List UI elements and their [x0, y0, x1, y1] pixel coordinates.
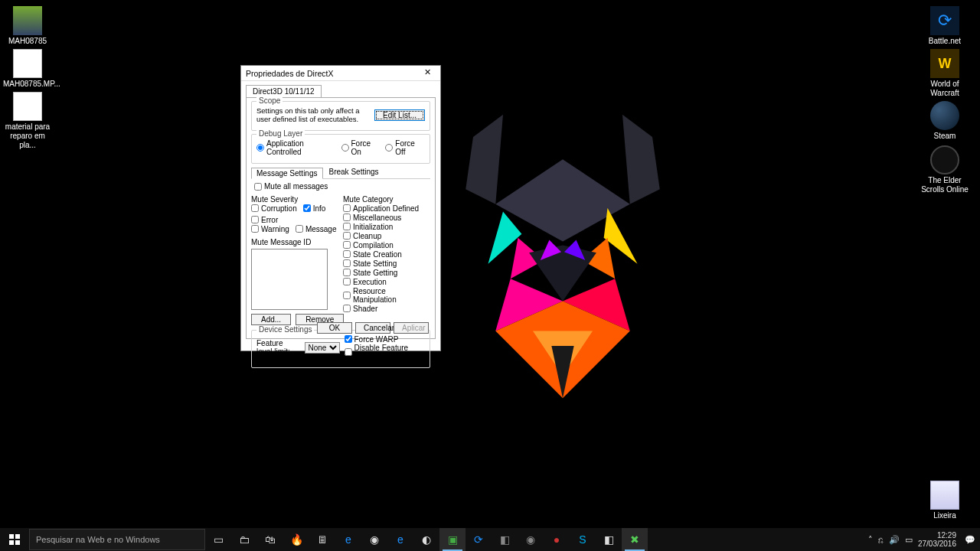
tray-chevron-icon[interactable]: ˄ [868, 535, 873, 545]
eso-icon [930, 145, 959, 174]
checkbox-cat-1[interactable]: Miscellaneous [343, 214, 430, 222]
device-title: Device Settings [256, 325, 314, 334]
checkbox-corruption[interactable]: Corruption [251, 204, 297, 213]
checkbox-cat-8[interactable]: Execution [343, 278, 430, 286]
debug-title: Debug Layer [256, 129, 305, 138]
taskbar-skype[interactable]: S [570, 528, 596, 551]
checkbox-warning[interactable]: Warning [251, 225, 289, 233]
taskbar-app2[interactable]: ◧ [492, 528, 518, 551]
desktop-icon-battlenet[interactable]: ⟳ Battle.net [920, 6, 969, 46]
device-settings-group: Device Settings Feature level limit: Non… [251, 330, 430, 368]
search-box[interactable]: Pesquisar na Web e no Windows [29, 529, 205, 550]
checkbox-cat-0[interactable]: Application Defined [343, 204, 430, 213]
tray-volume-icon[interactable]: 🔊 [889, 535, 900, 545]
windows-icon [9, 534, 20, 545]
desktop-icon-textfile[interactable]: material para reparo em pla... [3, 92, 52, 150]
directx-properties-dialog: Propriedades de DirectX ✕ Direct3D 10/11… [240, 65, 441, 351]
edit-list-button[interactable]: Edit List... [374, 109, 425, 121]
titlebar[interactable]: Propriedades de DirectX ✕ [241, 66, 440, 81]
sys-tray: ˄ ⎌ 🔊 ▭ 12:29 27/03/2016 💬 [868, 531, 980, 548]
taskbar-chrome[interactable]: ◉ [361, 528, 387, 551]
svg-rect-16 [15, 534, 20, 539]
desktop-icon-recycle[interactable]: Lixeira [920, 481, 969, 520]
desktop-icon-steam[interactable]: Steam [920, 101, 969, 141]
svg-marker-0 [466, 115, 503, 204]
svg-rect-17 [9, 540, 14, 545]
checkbox-cat-7[interactable]: State Getting [343, 269, 430, 277]
checkbox-error[interactable]: Error [251, 216, 335, 224]
scope-text: Settings on this tab only affect a user … [256, 106, 370, 123]
recycle-icon [930, 481, 959, 510]
scope-title: Scope [256, 96, 283, 105]
subtabs: Message Settings Break Settings [251, 167, 430, 179]
taskbar-edge[interactable]: e [387, 528, 413, 551]
taskbar-steam[interactable]: ◐ [413, 528, 439, 551]
svg-rect-15 [9, 534, 14, 539]
desktop-icon-video[interactable]: MAH08785 [3, 6, 52, 46]
radio-app-controlled[interactable]: Application Controlled [256, 139, 337, 156]
checkbox-cat-10[interactable]: Shader [343, 305, 430, 313]
checkbox-cat-3[interactable]: Cleanup [343, 232, 430, 240]
svg-rect-18 [15, 540, 20, 545]
window-title: Propriedades de DirectX [246, 69, 333, 78]
checkbox-cat-5[interactable]: State Creation [343, 250, 430, 259]
taskbar-notepad[interactable]: 🗏 [309, 528, 335, 551]
checkbox-cat-2[interactable]: Initialization [343, 223, 430, 231]
start-button[interactable] [0, 528, 29, 551]
checkbox-message[interactable]: Message [296, 225, 337, 233]
taskbar-camtasia[interactable]: ▣ [439, 528, 466, 551]
tray-lang-icon[interactable]: ▭ [905, 535, 913, 545]
tray-clock[interactable]: 12:29 27/03/2016 [918, 531, 959, 548]
file-icon [13, 49, 42, 78]
desktop-icon-mpfile[interactable]: MAH08785.MP... [3, 49, 52, 89]
taskbar-app1[interactable]: 🔥 [283, 528, 309, 551]
mute-category-column: Mute Category Application Defined Miscel… [343, 194, 430, 325]
taskbar-app5[interactable]: ◧ [596, 528, 622, 551]
ok-button[interactable]: OK [317, 322, 352, 334]
desktop-icon-eso[interactable]: The Elder Scrolls Online [920, 145, 969, 194]
checkbox-mute-all[interactable]: Mute all messages [254, 182, 328, 191]
taskbar-store[interactable]: 🛍 [257, 528, 283, 551]
close-button[interactable]: ✕ [416, 67, 439, 80]
wolf-artwork [413, 92, 712, 421]
taskbar-battlenet[interactable]: ⟳ [466, 528, 492, 551]
wow-icon: W [930, 49, 959, 78]
checkbox-cat-6[interactable]: State Setting [343, 259, 430, 268]
battlenet-icon: ⟳ [930, 6, 959, 35]
checkbox-disable-upgrade[interactable]: Disable Feature Level Upgrade [345, 344, 425, 360]
tray-network-icon[interactable]: ⎌ [878, 535, 884, 544]
subtab-message-settings[interactable]: Message Settings [251, 168, 323, 179]
taskbar-app4[interactable]: ● [544, 528, 570, 551]
desktop-icon-wow[interactable]: W World of Warcraft [920, 49, 969, 98]
tab-panel: Scope Settings on this tab only affect a… [246, 97, 436, 339]
tray-notifications-icon[interactable]: 💬 [965, 535, 975, 545]
wallpaper [0, 0, 980, 551]
taskbar-directx[interactable]: ✖ [622, 528, 648, 551]
steam-icon [930, 101, 959, 130]
checkbox-cat-9[interactable]: Resource Manipulation [343, 287, 430, 304]
video-icon [13, 6, 42, 35]
scope-group: Scope Settings on this tab only affect a… [251, 101, 430, 131]
taskbar-ie[interactable]: e [335, 528, 361, 551]
apply-button[interactable]: Aplicar [394, 322, 429, 334]
checkbox-force-warp[interactable]: Force WARP [345, 335, 425, 344]
taskbar-explorer[interactable]: 🗀 [231, 528, 257, 551]
taskbar: Pesquisar na Web e no Windows ▭ 🗀 🛍 🔥 🗏 … [0, 528, 980, 551]
mute-msg-id-label: Mute Message ID [251, 238, 335, 246]
taskbar-app3[interactable]: ◉ [518, 528, 544, 551]
radio-force-on[interactable]: Force On [341, 139, 381, 156]
mute-category-title: Mute Category [343, 195, 430, 204]
task-view-button[interactable]: ▭ [205, 528, 231, 551]
mute-severity-title: Mute Severity [251, 195, 335, 204]
subtab-break-settings[interactable]: Break Settings [325, 167, 384, 178]
feature-level-select[interactable]: None [305, 342, 340, 354]
checkbox-cat-4[interactable]: Compilation [343, 241, 430, 249]
add-button[interactable]: Add... [251, 314, 291, 325]
cancel-button[interactable]: Cancelar [355, 322, 390, 334]
mute-msg-id-listbox[interactable] [251, 249, 328, 310]
radio-force-off[interactable]: Force Off [385, 139, 425, 156]
checkbox-info[interactable]: Info [303, 204, 326, 213]
feature-level-label: Feature level limit: [256, 339, 300, 356]
tab-strip: Direct3D 10/11/12 [241, 81, 440, 97]
svg-marker-1 [622, 115, 660, 204]
